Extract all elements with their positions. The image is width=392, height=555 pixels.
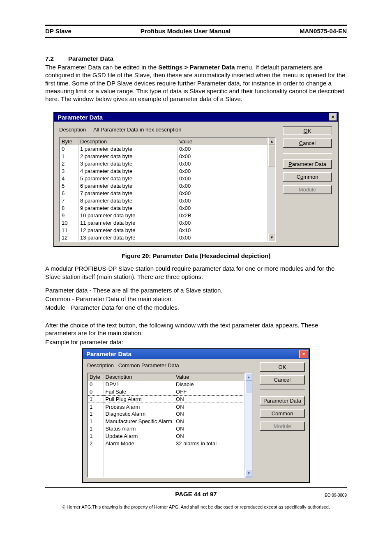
parameter-data-dialog-hex: Parameter Data × Description All Paramet…	[53, 112, 339, 247]
col-byte: Byte	[88, 373, 104, 381]
scroll-thumb[interactable]	[268, 145, 275, 166]
header-left: DP Slave	[45, 28, 71, 35]
col-value: Value	[174, 373, 244, 381]
table-row[interactable]: 1Status AlarmON	[88, 425, 244, 433]
scroll-thumb[interactable]	[245, 381, 252, 393]
table-row[interactable]: 1Update AlarmON	[88, 433, 244, 440]
cancel-button[interactable]: Cancel	[283, 138, 332, 148]
table-row[interactable]: 12 parameter data byte0x00	[60, 152, 267, 160]
table-row[interactable]: 2Alarm Mode32 alarms in total	[88, 440, 244, 447]
scroll-down-icon[interactable]: ▼	[268, 234, 275, 241]
dialog-title: Parameter Data	[58, 114, 103, 121]
table-row[interactable]: 1Process AlarmON	[88, 403, 244, 410]
ok-button[interactable]: OK	[260, 362, 305, 372]
table-row[interactable]: 910 parameter data byte0x2B	[60, 212, 267, 219]
parameter-data-button[interactable]: Parameter Data	[260, 396, 305, 405]
header-right: MAN0575-04-EN	[300, 28, 347, 35]
ok-button[interactable]: OK	[283, 127, 332, 135]
scroll-up-icon[interactable]: ▲	[268, 138, 275, 145]
table-row[interactable]: 1Pull Plug AlarmON	[88, 396, 244, 403]
page-header: DP Slave Profibus Modules User Manual MA…	[45, 26, 347, 37]
table-row[interactable]: 78 parameter data byte0x00	[60, 197, 267, 204]
body-paragraph: A modular PROFIBUS-DP Slave station coul…	[45, 265, 347, 280]
table-row	[88, 462, 244, 470]
table-row[interactable]: 56 parameter data byte0x00	[60, 182, 267, 189]
table-row[interactable]: 1213 parameter data byte0x00	[60, 234, 267, 241]
header-center: Profibus Modules User Manual	[141, 28, 231, 35]
table-row	[88, 447, 244, 455]
col-desc: Description	[78, 138, 178, 145]
parameter-table[interactable]: Byte Description Value 0DPV1Disable0Fail…	[87, 373, 245, 478]
table-row[interactable]: 1011 parameter data byte0x00	[60, 219, 267, 226]
cancel-button[interactable]: Cancel	[260, 375, 305, 385]
table-row[interactable]: 1Diagnostic AlarmON	[88, 410, 244, 418]
module-button: Module	[260, 421, 305, 431]
body-paragraph: Module - Parameter Data for one of the m…	[45, 304, 347, 311]
table-row[interactable]: 67 parameter data byte0x00	[60, 189, 267, 197]
scroll-down-icon[interactable]: ▼	[245, 470, 252, 477]
table-row[interactable]: 1112 parameter data byte0x10	[60, 226, 267, 234]
body-paragraph: Common - Parameter Data of the main stat…	[45, 295, 347, 303]
table-row	[88, 455, 244, 462]
common-button[interactable]: Common	[283, 172, 332, 182]
parameter-data-button[interactable]: Parameter Data	[283, 159, 332, 169]
parameter-table[interactable]: Byte Description Value 01 parameter data…	[59, 137, 268, 242]
close-icon[interactable]: ×	[329, 113, 337, 121]
copyright: © Horner APG.This drawing is the propert…	[45, 504, 347, 510]
col-desc: Description	[104, 373, 174, 381]
dialog-title: Parameter Data	[86, 350, 131, 357]
description-row: Description Common Parameter Data	[87, 362, 253, 368]
body-paragraph: Example for parameter data:	[45, 338, 347, 346]
scrollbar[interactable]: ▲ ▼	[245, 373, 253, 478]
module-button: Module	[283, 185, 332, 194]
col-value: Value	[178, 138, 267, 145]
table-row[interactable]: 0Fail SaleOFF	[88, 388, 244, 396]
parameter-data-dialog-common: Parameter Data × Description Common Para…	[82, 348, 310, 483]
body-paragraph: The Parameter Data can be edited in the …	[45, 63, 347, 103]
titlebar[interactable]: Parameter Data ×	[83, 349, 309, 359]
description-row: Description All Parameter Data in hex de…	[59, 127, 276, 133]
scroll-up-icon[interactable]: ▲	[245, 373, 252, 381]
titlebar[interactable]: Parameter Data ×	[54, 113, 338, 122]
scrollbar[interactable]: ▲ ▼	[268, 137, 276, 242]
body-paragraph: Parameter data - These are all the param…	[45, 286, 347, 294]
table-row[interactable]: 1Manufacturer Specific AlarmON	[88, 418, 244, 425]
common-button[interactable]: Common	[260, 409, 305, 418]
table-row[interactable]: 23 parameter data byte0x00	[60, 160, 267, 167]
figure-caption: Figure 20: Parameter Data (Hexadecimal d…	[45, 252, 347, 260]
body-paragraph: After the choice of the text button, the…	[45, 321, 347, 337]
table-row[interactable]: 34 parameter data byte0x00	[60, 167, 267, 175]
table-row[interactable]: 01 parameter data byte0x00	[60, 145, 267, 152]
close-icon[interactable]: ×	[299, 350, 308, 358]
table-row[interactable]: 89 parameter data byte0x00	[60, 204, 267, 212]
table-row[interactable]: 45 parameter data byte0x00	[60, 175, 267, 182]
table-row	[88, 470, 244, 477]
table-row[interactable]: 0DPV1Disable	[88, 381, 244, 388]
col-byte: Byte	[60, 138, 78, 145]
section-heading: 7.2Parameter Data	[45, 55, 347, 62]
